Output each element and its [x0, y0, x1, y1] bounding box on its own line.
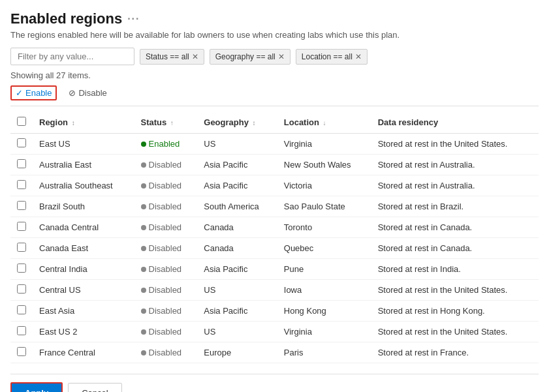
more-options-icon[interactable]: ···	[127, 13, 140, 25]
row-region: Central India	[33, 259, 134, 280]
row-checkbox[interactable]	[17, 159, 26, 168]
status-filter-close[interactable]: ✕	[192, 52, 198, 61]
select-all-header	[10, 112, 33, 134]
row-checkbox[interactable]	[17, 222, 26, 231]
row-checkbox-cell	[10, 301, 33, 322]
table-row: France Central Disabled Europe Paris Sto…	[10, 342, 539, 363]
location-filter-close[interactable]: ✕	[355, 52, 362, 61]
sort-location-icon[interactable]: ↓	[323, 119, 326, 127]
filter-input[interactable]	[10, 48, 134, 65]
row-region: Canada Central	[33, 217, 134, 238]
row-region: East Asia	[33, 301, 134, 322]
filter-bar: Status == all ✕ Geography == all ✕ Locat…	[10, 48, 539, 65]
row-region: Brazil South	[33, 196, 134, 217]
sort-region-icon[interactable]: ↕	[72, 119, 75, 127]
row-location: Sao Paulo State	[277, 196, 371, 217]
row-data-residency: Stored at rest in the United States.	[371, 280, 539, 301]
row-location: New South Wales	[277, 155, 371, 175]
row-geography: Europe	[197, 342, 277, 363]
row-checkbox[interactable]	[17, 326, 26, 335]
row-location: Hong Kong	[277, 301, 371, 322]
row-status: Disabled	[134, 217, 198, 238]
row-location: Paris	[277, 342, 371, 363]
column-header-region: Region ↕	[33, 112, 134, 134]
toolbar: ✓ Enable ⊘ Disable	[10, 85, 539, 106]
regions-table: Region ↕ Status ↑ Geography ↕ Location ↓…	[10, 112, 539, 363]
row-geography: US	[197, 280, 277, 301]
row-geography: Asia Pacific	[197, 259, 277, 280]
table-row: Canada Central Disabled Canada Toronto S…	[10, 217, 539, 238]
sort-geography-icon[interactable]: ↕	[253, 119, 256, 127]
apply-button[interactable]: Apply	[10, 382, 63, 392]
row-status: Disabled	[134, 196, 198, 217]
row-checkbox[interactable]	[17, 138, 26, 147]
row-data-residency: Stored at rest in India.	[371, 259, 539, 280]
row-checkbox-cell	[10, 259, 33, 280]
sort-status-icon[interactable]: ↑	[170, 119, 174, 127]
row-data-residency: Stored at rest in Hong Kong.	[371, 301, 539, 322]
row-checkbox-cell	[10, 155, 33, 175]
row-location: Toronto	[277, 217, 371, 238]
row-checkbox-cell	[10, 134, 33, 155]
row-checkbox-cell	[10, 322, 33, 342]
row-data-residency: Stored at rest in Canada.	[371, 217, 539, 238]
row-data-residency: Stored at rest in Canada.	[371, 238, 539, 259]
row-checkbox[interactable]	[17, 347, 26, 356]
cancel-button[interactable]: Cancel	[68, 383, 121, 392]
enable-button[interactable]: ✓ Enable	[10, 85, 57, 100]
row-checkbox-cell	[10, 175, 33, 196]
row-data-residency: Stored at rest in the United States.	[371, 322, 539, 342]
table-row: Australia Southeast Disabled Asia Pacifi…	[10, 175, 539, 196]
geography-filter-close[interactable]: ✕	[278, 52, 285, 61]
row-checkbox-cell	[10, 238, 33, 259]
row-status: Disabled	[134, 238, 198, 259]
status-dot-disabled	[141, 183, 146, 188]
page-description: The regions enabled here will be availab…	[10, 30, 539, 40]
table-row: Australia East Disabled Asia Pacific New…	[10, 155, 539, 175]
column-header-location: Location ↓	[277, 112, 371, 134]
status-dot-enabled	[141, 142, 146, 147]
status-dot-disabled	[141, 246, 146, 251]
row-location: Victoria	[277, 175, 371, 196]
row-checkbox[interactable]	[17, 284, 26, 294]
column-header-geography: Geography ↕	[197, 112, 277, 134]
status-filter-tag: Status == all ✕	[140, 49, 204, 65]
status-dot-disabled	[141, 350, 146, 355]
disable-button[interactable]: ⊘ Disable	[65, 85, 110, 100]
row-checkbox-cell	[10, 217, 33, 238]
row-checkbox[interactable]	[17, 201, 26, 210]
row-geography: US	[197, 322, 277, 342]
row-status: Disabled	[134, 322, 198, 342]
row-geography: US	[197, 134, 277, 155]
table-row: East Asia Disabled Asia Pacific Hong Kon…	[10, 301, 539, 322]
table-row: Central India Disabled Asia Pacific Pune…	[10, 259, 539, 280]
row-checkbox[interactable]	[17, 243, 26, 252]
row-region: Central US	[33, 280, 134, 301]
row-data-residency: Stored at rest in Australia.	[371, 175, 539, 196]
status-dot-disabled	[141, 225, 146, 230]
row-checkbox[interactable]	[17, 264, 26, 273]
row-checkbox[interactable]	[17, 305, 26, 314]
row-checkbox[interactable]	[17, 180, 26, 189]
row-geography: Asia Pacific	[197, 155, 277, 175]
location-filter-tag: Location == all ✕	[296, 49, 368, 65]
row-region: Australia Southeast	[33, 175, 134, 196]
column-header-status: Status ↑	[134, 112, 198, 134]
row-geography: South America	[197, 196, 277, 217]
row-region: East US	[33, 134, 134, 155]
row-location: Virginia	[277, 134, 371, 155]
check-icon: ✓	[16, 88, 23, 98]
row-location: Pune	[277, 259, 371, 280]
row-geography: Asia Pacific	[197, 301, 277, 322]
table-row: Canada East Disabled Canada Quebec Store…	[10, 238, 539, 259]
row-data-residency: Stored at rest in Brazil.	[371, 196, 539, 217]
row-checkbox-cell	[10, 196, 33, 217]
status-dot-disabled	[141, 329, 146, 335]
showing-count: Showing all 27 items.	[10, 70, 539, 80]
select-all-checkbox[interactable]	[17, 117, 26, 126]
column-header-data-residency: Data residency	[371, 112, 539, 134]
status-dot-disabled	[141, 267, 146, 272]
status-dot-disabled	[141, 309, 146, 314]
table-row: East US Enabled US Virginia Stored at re…	[10, 134, 539, 155]
status-dot-disabled	[141, 288, 146, 293]
